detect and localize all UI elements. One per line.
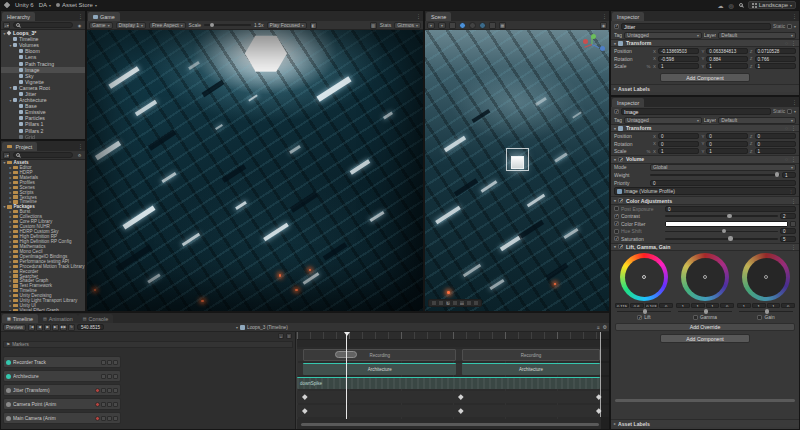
lock-toggle[interactable] <box>107 374 112 379</box>
hierarchy-search-input[interactable] <box>13 22 73 28</box>
slider-thumb[interactable] <box>727 214 732 219</box>
param-checkbox[interactable] <box>614 206 619 211</box>
goto-end-button[interactable]: ▶▶ <box>60 324 67 331</box>
project-settings-icon[interactable]: ⚙ <box>76 152 83 159</box>
playhead-line[interactable] <box>346 332 347 419</box>
cloud-icon[interactable]: ☁ <box>717 2 723 9</box>
wheel-value-field[interactable]: 0 <box>781 303 795 309</box>
track-view-mode-icon[interactable]: ≡ <box>286 333 292 339</box>
volume-component-header[interactable]: ▾ Volume ◌⋮ <box>611 155 799 163</box>
tag-dropdown[interactable]: Untagged▾ <box>624 117 702 124</box>
param-field[interactable]: 5 <box>780 236 796 242</box>
wheel-value-field[interactable]: 1 <box>767 303 781 309</box>
track-lane[interactable]: downSpike <box>297 377 609 389</box>
prev-frame-button[interactable]: ◀ <box>36 324 43 331</box>
search-icon[interactable] <box>739 3 743 7</box>
lock-toggle[interactable] <box>107 402 112 407</box>
color-wheel[interactable] <box>681 253 729 301</box>
scale-slider[interactable] <box>204 24 251 25</box>
context-menu-icon[interactable]: ⋮ <box>791 125 796 131</box>
mute-toggle[interactable] <box>101 374 106 379</box>
track-menu[interactable] <box>113 388 118 393</box>
trackball-gamma[interactable]: 1110Gamma <box>676 253 734 320</box>
add-override-button[interactable]: Add Override <box>615 323 795 331</box>
slider-thumb[interactable] <box>643 309 648 314</box>
help-icon[interactable]: ◌ <box>785 125 788 131</box>
track-header[interactable]: Recorder Track <box>3 356 121 368</box>
slider-thumb[interactable] <box>728 236 733 241</box>
gameobject-name-field[interactable]: Jitter <box>621 23 771 30</box>
transform-z-field[interactable]: 0.766 <box>755 56 796 62</box>
vsync-icon[interactable]: ▥ <box>370 22 377 29</box>
tab-animation[interactable]: ▤Animation <box>38 314 78 323</box>
panel-menu-icon[interactable]: ⋮ <box>78 13 83 19</box>
markers-row[interactable]: ⚑ Markers <box>3 341 293 348</box>
axis-z-handle[interactable] <box>600 46 605 51</box>
timeline-clip[interactable]: Architecture <box>303 363 456 375</box>
tab-hierarchy[interactable]: Hierarchy <box>2 12 35 21</box>
transform-x-field[interactable]: 0 <box>658 133 699 139</box>
help-icon[interactable]: ◌ <box>785 40 788 46</box>
context-menu-icon[interactable]: ⋮ <box>791 40 796 46</box>
add-asset-button[interactable]: +▾ <box>3 152 10 159</box>
scene-viewport[interactable]: ↻ ▭ <box>425 30 609 311</box>
record-toggle[interactable] <box>95 416 100 421</box>
transform-tool-icon[interactable] <box>466 300 472 306</box>
scale-link-icon[interactable]: % <box>646 149 651 154</box>
timeline-clip[interactable]: Recording <box>462 349 599 361</box>
context-menu-icon[interactable]: ⋮ <box>791 198 796 204</box>
add-component-button[interactable]: Add Component <box>660 334 750 343</box>
timeline-clip[interactable]: Architecture <box>462 363 599 375</box>
transform-y-field[interactable]: 1 <box>706 63 747 69</box>
mute-toggle[interactable] <box>101 388 106 393</box>
game-mode-dropdown[interactable]: Game▾ <box>89 22 113 29</box>
game-viewport[interactable] <box>87 30 423 311</box>
view-tool-icon[interactable] <box>431 300 437 306</box>
gizmos-dropdown[interactable]: Gizmos▾ <box>394 22 421 29</box>
transform-y-field[interactable]: 0 <box>706 141 747 147</box>
collab-icon[interactable]: ◎ <box>728 2 733 9</box>
weight-field[interactable]: 1 <box>782 172 796 178</box>
hidden-objects-icon[interactable] <box>489 22 496 29</box>
wheel-value-field[interactable]: 0.6 <box>630 303 644 309</box>
eyedropper-icon[interactable] <box>790 221 796 227</box>
static-checkbox[interactable] <box>787 24 792 29</box>
add-track-button[interactable]: + <box>278 333 284 339</box>
transform-z-field[interactable]: 0 <box>755 133 796 139</box>
record-toggle[interactable] <box>95 402 100 407</box>
param-slider[interactable] <box>665 238 778 239</box>
transform-component-header[interactable]: ▾ Transform ◌⋮ <box>611 39 799 47</box>
param-field[interactable]: 2 <box>780 213 796 219</box>
track-header[interactable]: Architecture <box>3 370 121 382</box>
effects-toggle-icon[interactable] <box>479 22 486 29</box>
goto-start-button[interactable]: |◀ <box>28 324 35 331</box>
workspace-dropdown[interactable]: DA▾ <box>39 2 51 8</box>
tab-scene[interactable]: Scene <box>426 12 451 21</box>
tab-inspector[interactable]: Inspector <box>612 98 644 107</box>
override-checkbox[interactable] <box>693 315 698 320</box>
param-field[interactable]: 0 <box>780 228 796 234</box>
lighting-toggle-icon[interactable] <box>459 22 466 29</box>
transform-x-field[interactable]: 1 <box>658 63 699 69</box>
audio-toggle-icon[interactable] <box>469 22 476 29</box>
transform-x-field[interactable]: -0.598 <box>658 56 699 62</box>
timeline-scrollbar[interactable] <box>301 423 599 427</box>
rect-tool-icon[interactable]: ▭ <box>459 300 465 306</box>
axis-y-handle[interactable] <box>591 34 596 39</box>
mute-toggle[interactable] <box>101 416 106 421</box>
sequence-name[interactable]: Loops_3 (Timeline) <box>247 325 288 330</box>
transform-z-field[interactable]: 0.0710528 <box>755 48 796 54</box>
transform-x-field[interactable]: 1 <box>658 148 699 154</box>
transform-y-field[interactable]: 0 <box>706 133 747 139</box>
track-menu[interactable] <box>113 374 118 379</box>
trackball-gain[interactable]: 1110Gain <box>737 253 795 320</box>
lock-toggle[interactable] <box>107 388 112 393</box>
layer-dropdown[interactable]: Default▾ <box>718 32 796 39</box>
tab-project[interactable]: Project <box>2 142 37 151</box>
context-menu-icon[interactable]: ⋮ <box>791 244 796 250</box>
wheel-value-field[interactable]: 0 <box>720 303 734 309</box>
transform-x-field[interactable]: -0.13869503 <box>658 48 699 54</box>
track-header[interactable]: Jitter (Transform) <box>3 384 121 396</box>
asset-labels-header[interactable]: ▸Asset Labels <box>611 419 799 427</box>
add-component-button[interactable]: Add Component <box>660 73 750 82</box>
